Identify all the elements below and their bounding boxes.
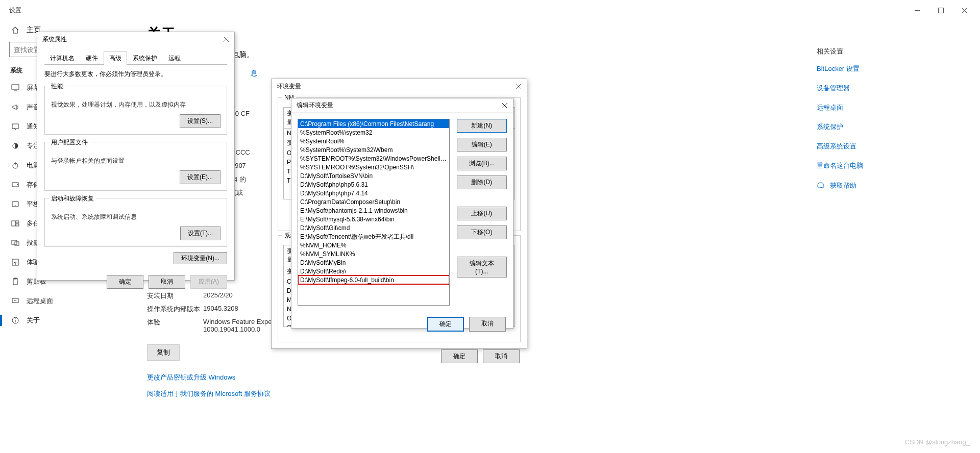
path-row[interactable]: E:\MySoft\Tencent\微信web开发者工具\dll [298, 232, 449, 241]
path-row[interactable]: %SystemRoot%\system32 [298, 128, 449, 137]
path-list[interactable]: C:\Program Files (x86)\Common Files\NetS… [298, 119, 450, 306]
path-row[interactable]: D:\MySoft\php\php7.4.14 [298, 189, 449, 197]
path-row[interactable]: D:\MySoft\php\php5.6.31 [298, 180, 449, 189]
path-row[interactable]: E:\MySoft\phantomjs-2.1.1-windows\bin [298, 206, 449, 215]
sysprops-tabs: 计算机名硬件高级系统保护远程 [44, 52, 227, 65]
related-header: 相关设置 [817, 47, 960, 56]
spec-build-value: 19045.3208 [203, 305, 238, 314]
editenv-title: 编辑环境变量 [297, 101, 333, 110]
path-row[interactable]: %NVM_SYMLINK% [298, 249, 449, 258]
home-icon [11, 26, 19, 34]
related-link[interactable]: 系统保护 [817, 122, 960, 132]
maximize-button[interactable] [929, 2, 952, 18]
path-row[interactable]: %SystemRoot% [298, 137, 449, 145]
group-title: 启动和故障恢复 [49, 194, 96, 203]
envvars-ok-button[interactable]: 确定 [441, 349, 478, 363]
svg-rect-4 [12, 85, 19, 89]
window-controls [905, 2, 976, 18]
path-row[interactable]: C:\Program Files (x86)\Common Files\NetS… [298, 119, 449, 128]
sidebar-item-remote[interactable]: 远程桌面 [0, 291, 137, 311]
edittext-button[interactable]: 编辑文本(T)... [457, 257, 507, 278]
change-key-link[interactable]: 更改产品密钥或升级 Windows [147, 373, 668, 382]
group-desc: 系统启动、系统故障和调试信息 [51, 212, 220, 221]
get-help-link[interactable]: 获取帮助 [817, 181, 960, 190]
new-button[interactable]: 新建(N) [457, 119, 507, 133]
help-icon [817, 181, 825, 190]
system-properties-dialog: 系统属性 计算机名硬件高级系统保护远程 要进行大多数更改，你必须作为管理员登录。… [37, 32, 235, 281]
envvars-title: 环境变量 [277, 82, 301, 91]
storage-icon [11, 181, 19, 189]
sysprops-cancel-button[interactable]: 取消 [149, 275, 185, 289]
related-settings: 相关设置 BitLocker 设置设备管理器远程桌面系统保护高级系统设置重命名这… [817, 24, 960, 443]
path-row[interactable]: E:\MySoft\mysql-5.6.38-winx64\bin [298, 215, 449, 223]
path-row[interactable]: D:\MySoft\TortoiseSVN\bin [298, 171, 449, 180]
experience-icon [11, 258, 19, 266]
group-button[interactable]: 设置(E)... [180, 170, 220, 184]
path-row[interactable]: D:\MySoft\Redis\ [298, 267, 449, 275]
svg-rect-1 [938, 8, 943, 13]
group-button[interactable]: 设置(T)... [180, 226, 220, 240]
related-link[interactable]: 远程桌面 [817, 103, 960, 112]
display-icon [11, 84, 19, 92]
path-row[interactable]: %SYSTEMROOT%\System32\OpenSSH\ [298, 163, 449, 171]
watermark: CSDN @slongzhang_ [905, 438, 970, 446]
related-link[interactable]: 重命名这台电脑 [817, 161, 960, 170]
sysprops-tab[interactable]: 系统保护 [127, 52, 163, 65]
sysprops-tab[interactable]: 硬件 [80, 52, 104, 65]
sysprops-title: 系统属性 [42, 35, 67, 44]
sysprops-apply-button[interactable]: 应用(A) [190, 275, 227, 289]
svg-rect-16 [16, 224, 19, 226]
sysprops-tab[interactable]: 高级 [104, 52, 127, 65]
path-row[interactable]: C:\ProgramData\ComposerSetup\bin [298, 197, 449, 206]
related-link[interactable]: 设备管理器 [817, 84, 960, 93]
settings-title: 设置 [4, 6, 21, 15]
svg-rect-22 [12, 298, 18, 303]
sidebar-item-about[interactable]: 关于 [0, 311, 137, 330]
sysprops-group: 性能视觉效果，处理器计划，内存使用，以及虚拟内存设置(S)... [44, 86, 227, 135]
svg-point-13 [15, 205, 15, 206]
envvars-cancel-button[interactable]: 取消 [483, 349, 520, 363]
sidebar-item-label: 远程桌面 [27, 296, 53, 306]
close-button[interactable] [952, 2, 976, 18]
sysprops-ok-button[interactable]: 确定 [107, 275, 143, 289]
close-icon[interactable] [500, 100, 510, 111]
delete-button[interactable]: 删除(D) [457, 175, 507, 189]
group-title: 性能 [49, 82, 65, 91]
path-row[interactable]: D:\MySoft\ffmpeg-6.0-full_build\bin [298, 275, 449, 284]
edit-env-dialog: 编辑环境变量 C:\Program Files (x86)\Common Fil… [291, 98, 513, 329]
clipboard-icon [11, 278, 19, 286]
notify-icon [11, 122, 19, 131]
svg-rect-15 [16, 221, 19, 223]
group-button[interactable]: 设置(S)... [180, 114, 220, 128]
about-icon [11, 316, 19, 324]
project-icon [11, 239, 19, 247]
svg-rect-6 [12, 124, 18, 129]
minimize-button[interactable] [905, 2, 929, 18]
path-row[interactable]: %SYSTEMROOT%\System32\WindowsPowerShell\… [298, 154, 449, 163]
path-row[interactable]: %SystemRoot%\System32\Wbem [298, 145, 449, 154]
svg-rect-20 [13, 279, 17, 285]
movedown-button[interactable]: 下移(O) [457, 225, 507, 239]
sysprops-tab[interactable]: 计算机名 [44, 52, 80, 65]
path-row[interactable]: D:\MySoft\MyBin [298, 258, 449, 267]
svg-point-25 [15, 318, 16, 319]
multitask-icon [11, 219, 19, 228]
moveup-button[interactable]: 上移(U) [457, 207, 507, 220]
edit-button[interactable]: 编辑(E) [457, 138, 507, 152]
related-link[interactable]: 高级系统设置 [817, 142, 960, 151]
path-row[interactable]: D:\MySoft\Git\cmd [298, 223, 449, 232]
editenv-cancel-button[interactable]: 取消 [469, 317, 506, 332]
copy-button[interactable]: 复制 [147, 344, 180, 361]
editenv-ok-button[interactable]: 确定 [427, 317, 464, 332]
close-icon[interactable] [513, 81, 524, 91]
close-icon[interactable] [221, 34, 231, 44]
env-vars-button[interactable]: 环境变量(N)... [174, 252, 227, 264]
related-link[interactable]: BitLocker 设置 [817, 64, 960, 73]
browse-button[interactable]: 浏览(B)... [457, 157, 507, 170]
spec-build-label: 操作系统内部版本 [147, 305, 203, 314]
settings-titlebar: 设置 [0, 0, 980, 20]
path-row[interactable]: %NVM_HOME% [298, 241, 449, 249]
sysprops-tab[interactable]: 远程 [163, 52, 186, 65]
tablet-icon [11, 200, 19, 208]
ms-agreement-link[interactable]: 阅读适用于我们服务的 Microsoft 服务协议 [147, 389, 668, 398]
